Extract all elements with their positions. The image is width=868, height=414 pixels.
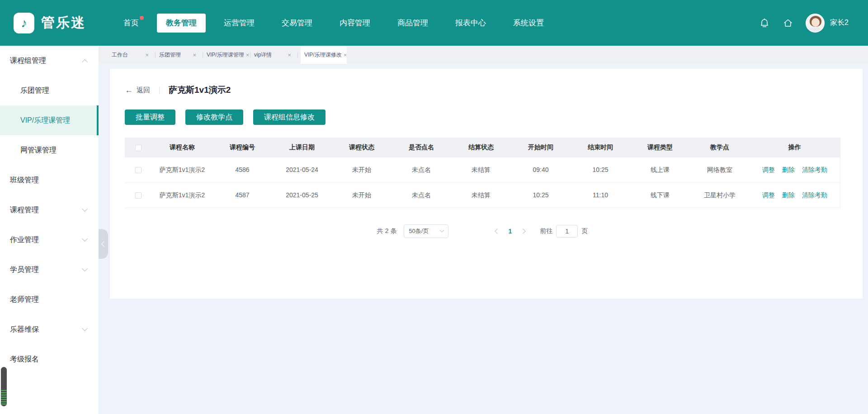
col-course-code: 课程编号 — [212, 138, 272, 157]
cell-teaching-site: 网络教室 — [690, 157, 750, 183]
row-checkbox[interactable] — [135, 167, 142, 173]
close-icon[interactable]: × — [143, 52, 149, 58]
sidebar-item-label: 乐团管理 — [20, 86, 49, 95]
current-page-number[interactable]: 1 — [508, 228, 512, 235]
chevron-left-icon — [101, 241, 107, 247]
select-all-checkbox[interactable] — [135, 145, 142, 151]
adjust-link[interactable]: 调整 — [762, 166, 775, 173]
sidebar-item-band-mgmt[interactable]: 乐团管理 — [0, 76, 99, 105]
sidebar-item-teacher-mgmt[interactable]: 老师管理 — [0, 285, 99, 314]
cell-rollcall: 未点名 — [392, 157, 451, 183]
sidebar-item-homework-mgmt[interactable]: 作业管理 — [0, 225, 99, 255]
header-right: 家长2 — [759, 0, 849, 46]
tab-label: VIP/乐理课管理 — [207, 51, 244, 59]
home-icon[interactable] — [782, 17, 794, 29]
tab-separator — [155, 52, 156, 58]
page-header-row: ← 返回 萨克斯1v1演示2 — [125, 84, 863, 96]
notification-dot — [140, 16, 144, 20]
adjust-link[interactable]: 调整 — [762, 191, 775, 199]
tab-label: 乐团管理 — [159, 51, 181, 59]
cell-course-type: 线下课 — [630, 183, 690, 208]
sidebar-item-student-mgmt[interactable]: 学员管理 — [0, 255, 99, 285]
sidebar-item-grading-registration[interactable]: 考级报名 — [0, 344, 99, 374]
tab-bar: 工作台 × 乐团管理 × VIP/乐理课管理 × vip详情 × VIP/乐理课… — [99, 46, 868, 64]
user-menu[interactable]: 家长2 — [806, 14, 849, 33]
main-nav: 首页 教务管理 运营管理 交易管理 内容管理 商品管理 报表中心 系统设置 — [114, 0, 553, 46]
nav-item-product-mgmt[interactable]: 商品管理 — [388, 14, 437, 33]
sidebar-item-vip-theory-mgmt[interactable]: VIP/乐理课管理 — [0, 105, 99, 135]
cell-class-date: 2021-05-24 — [272, 157, 332, 183]
cell-end-time: 11:10 — [571, 183, 630, 208]
sidebar-item-course-group-mgmt[interactable]: 课程组管理 — [0, 46, 99, 76]
col-teaching-site: 教学点 — [690, 138, 750, 157]
close-icon[interactable]: × — [286, 52, 291, 58]
nav-item-label: 首页 — [123, 18, 139, 28]
sidebar-item-label: 作业管理 — [10, 235, 39, 245]
sidebar-item-label: 老师管理 — [10, 295, 39, 305]
sidebar: 课程组管理 乐团管理 VIP/乐理课管理 网管课管理 班级管理 课程管理 作业管… — [0, 46, 99, 414]
nav-item-system-settings[interactable]: 系统设置 — [504, 14, 553, 33]
course-table: 课程名称 课程编号 上课日期 课程状态 是否点名 结算状态 开始时间 结束时间 … — [125, 138, 840, 208]
scrollbar-thumb[interactable] — [1, 367, 7, 406]
col-end-time: 结束时间 — [571, 138, 630, 157]
bell-icon[interactable] — [759, 17, 770, 29]
delete-link[interactable]: 删除 — [782, 191, 795, 199]
sidebar-item-label: 学员管理 — [10, 265, 39, 275]
chevron-down-icon — [82, 236, 88, 242]
col-rollcall: 是否点名 — [392, 138, 451, 157]
sidebar-item-online-course-mgmt[interactable]: 网管课管理 — [0, 135, 99, 165]
back-button[interactable]: ← 返回 — [125, 86, 150, 95]
tab-separator — [203, 52, 203, 58]
nav-item-report-center[interactable]: 报表中心 — [446, 14, 495, 33]
edit-course-group-info-button[interactable]: 课程组信息修改 — [253, 109, 326, 125]
tab-vip-theory-mgmt[interactable]: VIP/乐理课管理 × — [206, 46, 247, 64]
cell-settlement: 未结算 — [451, 183, 511, 208]
edit-teaching-site-button[interactable]: 修改教学点 — [185, 109, 243, 125]
batch-adjust-button[interactable]: 批量调整 — [125, 109, 175, 125]
nav-item-academic-mgmt[interactable]: 教务管理 — [157, 14, 206, 33]
delete-link[interactable]: 删除 — [782, 166, 795, 173]
back-arrow-icon: ← — [125, 86, 133, 94]
cell-settlement: 未结算 — [451, 157, 511, 183]
cell-class-date: 2021-05-25 — [272, 183, 332, 208]
prev-page-button[interactable] — [492, 227, 501, 236]
nav-item-home[interactable]: 首页 — [114, 14, 148, 33]
tab-vip-theory-edit[interactable]: VIP/乐理课修改 × — [301, 46, 347, 64]
tab-label: 工作台 — [112, 51, 128, 59]
close-icon[interactable]: × — [244, 52, 250, 58]
page-unit-label: 页 — [581, 227, 588, 235]
cell-course-status: 未开始 — [332, 183, 392, 208]
nav-item-trade-mgmt[interactable]: 交易管理 — [273, 14, 321, 33]
nav-item-operation-mgmt[interactable]: 运营管理 — [215, 14, 264, 33]
sidebar-collapse-handle[interactable] — [99, 229, 108, 259]
close-icon[interactable]: × — [191, 52, 196, 58]
nav-item-content-mgmt[interactable]: 内容管理 — [330, 14, 379, 33]
tab-workbench[interactable]: 工作台 × — [111, 46, 152, 64]
logo-text: 管乐迷 — [41, 14, 86, 32]
goto-page-input[interactable] — [556, 225, 578, 238]
clear-attendance-link[interactable]: 清除考勤 — [802, 191, 827, 199]
sidebar-item-instrument-maintenance[interactable]: 乐器维保 — [0, 314, 99, 344]
goto-label: 前往 — [540, 227, 552, 235]
next-page-button[interactable] — [519, 227, 528, 236]
cell-course-name: 萨克斯1v1演示2 — [152, 157, 212, 183]
tab-label: vip详情 — [254, 51, 272, 59]
pagination: 共 2 条 50条/页 1 前往 页 — [125, 224, 840, 238]
sidebar-item-course-mgmt[interactable]: 课程管理 — [0, 195, 99, 225]
tab-band-mgmt[interactable]: 乐团管理 × — [158, 46, 200, 64]
sidebar-item-label: 考级报名 — [10, 355, 39, 364]
cell-course-name: 萨克斯1v1演示2 — [152, 183, 212, 208]
cell-start-time: 09:40 — [511, 157, 571, 183]
close-icon[interactable]: × — [342, 52, 347, 58]
page-size-select[interactable]: 50条/页 — [404, 224, 448, 238]
main-area: ← 返回 萨克斯1v1演示2 批量调整 修改教学点 课程组信息修改 — [99, 64, 868, 414]
action-button-row: 批量调整 修改教学点 课程组信息修改 — [125, 109, 863, 125]
tab-separator — [250, 52, 250, 58]
tab-vip-detail[interactable]: vip详情 × — [253, 46, 295, 64]
clear-attendance-link[interactable]: 清除考勤 — [802, 166, 827, 173]
row-checkbox[interactable] — [135, 192, 142, 199]
chevron-left-icon — [495, 228, 500, 233]
tab-separator — [297, 52, 298, 58]
sidebar-item-class-mgmt[interactable]: 班级管理 — [0, 165, 99, 195]
col-course-status: 课程状态 — [332, 138, 392, 157]
